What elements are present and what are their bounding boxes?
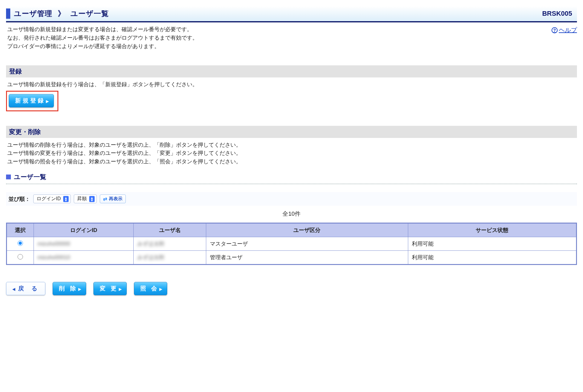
delete-label: 削 除 xyxy=(59,285,77,292)
sort-order-select[interactable]: 昇順 ▲▼ xyxy=(74,194,97,203)
total-count: 全10件 xyxy=(6,210,577,218)
sort-field-select[interactable]: ログインID ▲▼ xyxy=(33,194,71,203)
th-usertype: ユーザ区分 xyxy=(206,223,408,237)
section-register-desc: ユーザ情報の新規登録を行う場合は、「新規登録」ボタンを押してください。 xyxy=(6,77,577,89)
intro-text: ユーザ情報の新規登録または変更する場合は、確認メール番号が必要です。 なお、発行… xyxy=(6,22,552,51)
title-sub: ユーザ一覧 xyxy=(70,9,109,18)
new-register-highlight: 新規登録 xyxy=(6,91,58,111)
arrow-right-icon xyxy=(161,285,162,292)
sort-field-value: ログインID xyxy=(37,196,61,202)
back-button[interactable]: 戻 る xyxy=(6,282,45,295)
cell-status: 利用可能 xyxy=(408,251,576,265)
section-modify-heading: 変更・削除 xyxy=(6,126,577,138)
arrow-right-icon xyxy=(80,285,81,292)
table-row: mizuho00000 みずほ太郎 マスターユーザ 利用可能 xyxy=(7,237,577,251)
user-list-subheading: ユーザ一覧 xyxy=(6,172,577,184)
cell-loginid: mizuho00000 xyxy=(37,241,70,247)
sort-order-value: 昇順 xyxy=(77,196,87,202)
dropdown-icon: ▲▼ xyxy=(89,196,95,202)
intro-line-3: プロバイダーの事情によりメールが遅延する場合があります。 xyxy=(7,42,550,51)
sort-bar: 並び順： ログインID ▲▼ 昇順 ▲▼ ⇄ 再表示 xyxy=(6,192,577,206)
table-row: mizuho00010 みずほ次郎 管理者ユーザ 利用可能 xyxy=(7,251,577,265)
new-register-button[interactable]: 新規登録 xyxy=(9,94,54,107)
change-label: 変 更 xyxy=(100,285,118,292)
arrow-right-icon xyxy=(120,285,122,292)
title-accent xyxy=(6,8,10,19)
th-select: 選択 xyxy=(7,223,34,237)
cell-usertype: マスターユーザ xyxy=(206,237,408,251)
modify-line-3: ユーザ情報の照会を行う場合は、対象のユーザを選択の上、「照会」ボタンを押してくだ… xyxy=(7,158,576,166)
arrow-right-icon xyxy=(47,97,49,104)
cell-username: みずほ次郎 xyxy=(137,254,164,260)
change-button[interactable]: 変 更 xyxy=(93,282,127,295)
refresh-label: 再表示 xyxy=(109,196,122,202)
cell-username: みずほ太郎 xyxy=(137,241,164,247)
page-title: ユーザ管理 》 ユーザ一覧 xyxy=(14,9,109,18)
intro-line-1: ユーザ情報の新規登録または変更する場合は、確認メール番号が必要です。 xyxy=(7,25,550,34)
title-separator: 》 xyxy=(58,9,65,18)
help-icon: ? xyxy=(552,27,558,33)
square-bullet-icon xyxy=(6,175,11,179)
help-link[interactable]: ? ヘルプ xyxy=(552,26,577,34)
refresh-button[interactable]: ⇄ 再表示 xyxy=(100,194,126,203)
back-label: 戻 る xyxy=(18,285,40,292)
th-loginid: ログインID xyxy=(34,223,134,237)
refresh-icon: ⇄ xyxy=(103,196,107,202)
screen-code: BRSK005 xyxy=(542,10,574,18)
help-label: ヘルプ xyxy=(559,26,577,34)
row-select-radio[interactable] xyxy=(18,240,23,246)
sort-label: 並び順： xyxy=(8,195,30,203)
modify-line-1: ユーザ情報の削除を行う場合は、対象のユーザを選択の上、「削除」ボタンを押してくだ… xyxy=(7,141,576,149)
cell-status: 利用可能 xyxy=(408,237,576,251)
dropdown-icon: ▲▼ xyxy=(63,196,69,202)
inquire-button[interactable]: 照 会 xyxy=(134,282,167,295)
row-select-radio[interactable] xyxy=(18,254,23,260)
page-title-bar: ユーザ管理 》 ユーザ一覧 BRSK005 xyxy=(6,6,577,22)
cell-usertype: 管理者ユーザ xyxy=(206,251,408,265)
th-username: ユーザ名 xyxy=(134,223,206,237)
title-main: ユーザ管理 xyxy=(14,9,52,18)
user-table: 選択 ログインID ユーザ名 ユーザ区分 サービス状態 mizuho00000 … xyxy=(6,223,577,265)
inquire-label: 照 会 xyxy=(140,285,159,292)
user-list-label: ユーザ一覧 xyxy=(14,173,46,181)
delete-button[interactable]: 削 除 xyxy=(53,282,86,295)
new-register-label: 新規登録 xyxy=(15,97,45,105)
intro-line-2: なお、発行された確認メール番号はお客さまがログアウトするまで有効です。 xyxy=(7,34,550,42)
section-register-heading: 登録 xyxy=(6,65,577,77)
modify-line-2: ユーザ情報の変更を行う場合は、対象のユーザを選択の上、「変更」ボタンを押してくだ… xyxy=(7,149,576,158)
cell-loginid: mizuho00010 xyxy=(37,254,70,260)
arrow-left-icon xyxy=(12,285,16,292)
th-status: サービス状態 xyxy=(408,223,576,237)
